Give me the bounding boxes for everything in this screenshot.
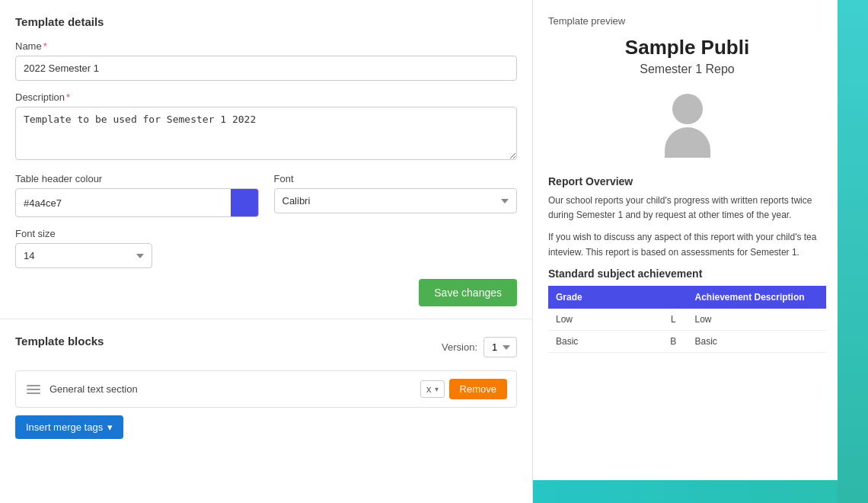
report-overview-title: Report Overview [548, 175, 826, 187]
cell-code: B [659, 330, 688, 352]
save-button[interactable]: Save changes [419, 279, 517, 306]
report-overview-text2: If you wish to discuss any aspect of thi… [548, 230, 826, 259]
block-x-button[interactable]: x ▾ [420, 380, 445, 398]
cell-desc: Low [688, 309, 827, 331]
template-details-title: Template details [15, 15, 517, 28]
left-panel: Template details Name* Description* Tabl… [0, 0, 533, 503]
template-details-section: Template details Name* Description* Tabl… [0, 0, 532, 319]
insert-merge-tags-button[interactable]: Insert merge tags ▾ [15, 415, 123, 439]
block-item: General text section x ▾ Remove [15, 370, 517, 408]
version-select[interactable]: 1 2 3 [483, 337, 517, 357]
avatar [548, 91, 826, 160]
bottom-teal-bar [533, 480, 868, 503]
font-size-label: Font size [15, 228, 517, 239]
cell-desc: Basic [688, 330, 827, 352]
preview-content: Template preview Sample Publi Semester 1… [533, 0, 868, 503]
drag-handle[interactable] [25, 383, 42, 396]
avatar-body [665, 127, 710, 158]
preview-title: Template preview [548, 15, 826, 27]
version-wrapper: Version: 1 2 3 [442, 337, 517, 357]
colour-swatch[interactable] [231, 189, 258, 216]
name-group: Name* [15, 40, 517, 81]
colour-input-wrapper [15, 188, 259, 217]
table-header-desc: Achievement Description [688, 286, 827, 309]
remove-button[interactable]: Remove [449, 379, 507, 399]
save-btn-row: Save changes [15, 279, 517, 306]
drag-line-3 [27, 392, 40, 394]
font-label: Font [274, 173, 518, 184]
insert-row: Insert merge tags ▾ [15, 415, 517, 439]
description-group: Description* [15, 91, 517, 162]
font-size-select[interactable]: 14 10 12 16 18 [15, 243, 152, 268]
template-blocks-section: Template blocks Version: 1 2 3 General t… [0, 319, 532, 503]
font-select[interactable]: Calibri Arial Times New Roman [274, 188, 518, 213]
drag-line-2 [27, 389, 40, 390]
description-label: Description* [15, 91, 517, 103]
avatar-head [672, 94, 703, 124]
font-col: Font Calibri Arial Times New Roman [274, 173, 518, 228]
blocks-header: Template blocks Version: 1 2 3 [15, 335, 517, 360]
colour-text-input[interactable] [16, 191, 231, 215]
template-blocks-title: Template blocks [15, 335, 104, 348]
colour-group: Table header colour [15, 173, 259, 217]
drag-line-1 [27, 385, 40, 386]
right-panel: Template preview Sample Publi Semester 1… [533, 0, 868, 503]
chevron-down-icon: ▾ [107, 421, 113, 433]
name-input[interactable] [15, 56, 517, 81]
cell-grade: Low [548, 309, 659, 331]
colour-font-row: Table header colour Font Calibri Arial T… [15, 173, 517, 228]
colour-label: Table header colour [15, 173, 259, 184]
table-row: Basic B Basic [548, 330, 826, 352]
cell-grade: Basic [548, 330, 659, 352]
school-name: Sample Publi [548, 36, 826, 59]
font-size-group: Font size 14 10 12 16 18 [15, 228, 517, 268]
colour-col: Table header colour [15, 173, 259, 228]
table-header-grade: Grade [548, 286, 659, 309]
report-overview-text1: Our school reports your child's progress… [548, 194, 826, 223]
avatar-icon [657, 91, 718, 160]
table-row: Low L Low [548, 309, 826, 331]
standard-subject-title: Standard subject achievement [548, 268, 826, 280]
achievement-table: Grade Achievement Description Low L Low … [548, 286, 826, 353]
block-actions: x ▾ Remove [420, 379, 507, 399]
description-textarea[interactable] [15, 107, 517, 160]
table-header-code [659, 286, 688, 309]
block-item-label: General text section [49, 383, 413, 395]
name-label: Name* [15, 40, 517, 52]
font-group: Font Calibri Arial Times New Roman [274, 173, 518, 213]
cell-code: L [659, 309, 688, 331]
chevron-down-icon: ▾ [435, 385, 439, 393]
report-title: Semester 1 Repo [548, 62, 826, 76]
version-label: Version: [442, 341, 477, 353]
